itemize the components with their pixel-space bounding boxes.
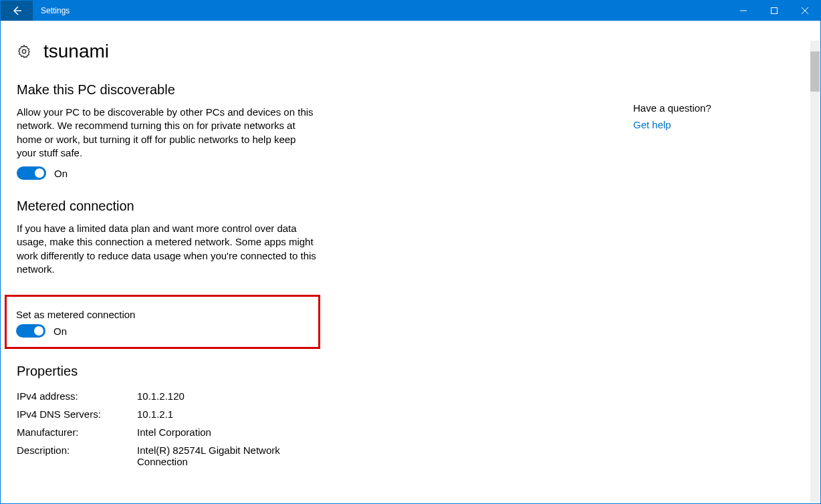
prop-row: IPv4 address: 10.1.2.120	[17, 387, 364, 405]
minimize-icon	[740, 7, 747, 14]
prop-value: Intel Corporation	[137, 426, 211, 438]
svg-point-1	[22, 49, 26, 53]
properties-heading: Properties	[17, 364, 364, 379]
metered-highlight-box: Set as metered connection On	[5, 295, 320, 349]
prop-value: 10.1.2.1	[137, 408, 173, 420]
metered-toggle[interactable]	[16, 324, 45, 338]
side-column: Have a question? Get help	[633, 82, 820, 130]
discoverable-heading: Make this PC discoverable	[17, 82, 318, 98]
metered-heading: Metered connection	[17, 199, 318, 214]
prop-value: 10.1.2.120	[137, 390, 185, 402]
minimize-button[interactable]	[728, 1, 759, 21]
scrollbar-thumb[interactable]	[810, 51, 820, 92]
toggle-knob	[34, 326, 43, 336]
prop-label: IPv4 address:	[17, 390, 137, 402]
prop-row: IPv4 DNS Servers: 10.1.2.1	[17, 405, 364, 423]
back-button[interactable]	[1, 1, 33, 21]
prop-row: Description: Intel(R) 82574L Gigabit Net…	[17, 441, 364, 471]
section-properties: Properties IPv4 address: 10.1.2.120 IPv4…	[17, 364, 364, 471]
gear-icon	[17, 44, 31, 59]
discoverable-toggle-state: On	[54, 168, 68, 179]
content-area: tsunami Make this PC discoverable Allow …	[1, 21, 820, 503]
metered-desc: If you have a limited data plan and want…	[17, 222, 318, 276]
maximize-icon	[771, 7, 778, 14]
metered-sub-label: Set as metered connection	[16, 309, 309, 320]
discoverable-toggle-row: On	[17, 166, 318, 180]
arrow-left-icon	[11, 5, 22, 16]
page-header: tsunami	[17, 41, 616, 62]
close-button[interactable]	[790, 1, 820, 21]
toggle-knob	[35, 168, 44, 178]
page-title: tsunami	[43, 41, 109, 62]
titlebar: Settings	[1, 1, 820, 21]
discoverable-desc: Allow your PC to be discoverable by othe…	[17, 106, 318, 160]
prop-label: IPv4 DNS Servers:	[17, 408, 137, 420]
metered-toggle-row: On	[16, 324, 309, 338]
titlebar-spacer[interactable]	[78, 1, 728, 21]
discoverable-toggle[interactable]	[17, 166, 46, 180]
prop-value: Intel(R) 82574L Gigabit Network Connecti…	[137, 445, 311, 467]
section-discoverable: Make this PC discoverable Allow your PC …	[17, 82, 318, 180]
prop-label: Description:	[17, 445, 137, 467]
properties-table: IPv4 address: 10.1.2.120 IPv4 DNS Server…	[17, 387, 364, 471]
prop-row: Manufacturer: Intel Corporation	[17, 423, 364, 441]
get-help-link[interactable]: Get help	[633, 119, 804, 130]
window-title: Settings	[33, 1, 78, 21]
section-metered: Metered connection If you have a limited…	[17, 199, 318, 276]
maximize-button[interactable]	[759, 1, 790, 21]
metered-toggle-state: On	[53, 326, 67, 337]
svg-rect-0	[772, 8, 778, 14]
side-question: Have a question?	[633, 102, 804, 114]
main-column: tsunami Make this PC discoverable Allow …	[1, 21, 616, 503]
scrollbar[interactable]	[810, 41, 820, 503]
prop-label: Manufacturer:	[17, 426, 137, 438]
close-icon	[802, 7, 808, 14]
